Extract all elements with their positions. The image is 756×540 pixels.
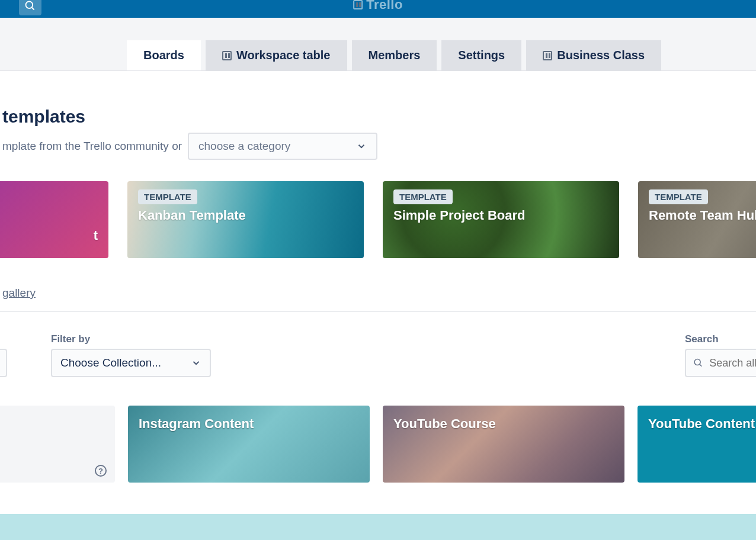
boards-row: w board ning ? Instagram Content YouTube… [0, 406, 756, 483]
svg-line-3 [700, 364, 702, 367]
workspace-tabbar: Boards Workspace table Members Settings … [0, 18, 756, 71]
collection-select[interactable]: Choose Collection... [51, 349, 211, 377]
template-card-title: Simple Project Board [393, 208, 608, 223]
template-card[interactable]: TEMPLATE Kanban Template [127, 181, 364, 258]
board-card-title: YouTube Course [393, 416, 496, 431]
category-select[interactable]: choose a category [188, 133, 377, 160]
board-card-title: Instagram Content [139, 416, 254, 431]
board-card[interactable]: YouTube Course [383, 406, 624, 483]
tab-workspace-table[interactable]: Workspace table [206, 40, 347, 70]
search-icon [24, 0, 36, 12]
templates-heading: templates [2, 107, 756, 127]
tab-members[interactable]: Members [352, 40, 437, 70]
template-card[interactable]: TEMPLATE Simple Project Board [383, 181, 619, 258]
templates-subtitle-row: mplate from the Trello community or choo… [2, 133, 756, 160]
sort-select[interactable] [0, 349, 7, 377]
filter-by-label: Filter by [51, 333, 211, 345]
create-board-line2: ning [0, 442, 104, 453]
search-icon [693, 357, 703, 369]
search-label: Search [685, 333, 756, 345]
template-badge: TEMPLATE [649, 189, 708, 204]
collection-placeholder: Choose Collection... [60, 356, 161, 369]
filter-by-group: Filter by Choose Collection... [14, 333, 211, 377]
templates-subtitle-text: mplate from the Trello community or [2, 140, 182, 153]
chevron-down-icon [356, 141, 367, 152]
svg-line-1 [32, 8, 34, 10]
filter-bar: Filter by Choose Collection... Search [0, 333, 756, 377]
footer-bar [0, 514, 756, 540]
template-card-title: Kanban Template [138, 208, 353, 223]
briefcase-icon [543, 51, 552, 60]
board-card-title: YouTube Content [648, 416, 755, 431]
svg-point-2 [694, 359, 700, 365]
workspace-search[interactable] [685, 349, 756, 377]
tab-business-class[interactable]: Business Class [526, 40, 661, 70]
search-group: Search [685, 333, 756, 377]
search-input[interactable] [709, 357, 756, 369]
section-divider [0, 311, 756, 312]
brand-text: Trello [366, 0, 403, 12]
template-badge: TEMPLATE [393, 189, 453, 204]
table-icon [222, 51, 232, 60]
template-card[interactable]: TEMPLATE Remote Team Hub [638, 181, 756, 258]
svg-point-0 [26, 2, 33, 9]
template-card-title: Remote Team Hub [649, 208, 756, 223]
gallery-link[interactable]: gallery [2, 287, 36, 300]
create-board-card[interactable]: w board ning ? [0, 406, 115, 483]
create-board-line1: w board [0, 426, 104, 439]
template-card[interactable]: TEMPLATE t [0, 181, 108, 258]
trello-icon [353, 0, 363, 9]
board-card[interactable]: Instagram Content [128, 406, 370, 483]
template-cards-row: TEMPLATE t TEMPLATE Kanban Template TEMP… [0, 181, 756, 258]
template-card-title: t [0, 228, 98, 243]
category-select-placeholder: choose a category [198, 140, 290, 153]
main-content: templates mplate from the Trello communi… [0, 107, 756, 483]
global-search-button[interactable] [19, 0, 41, 15]
brand-logo: Trello [353, 0, 403, 12]
help-icon[interactable]: ? [95, 465, 107, 477]
board-card[interactable]: YouTube Content [638, 406, 756, 483]
tab-settings[interactable]: Settings [441, 40, 521, 70]
template-badge: TEMPLATE [138, 189, 197, 204]
tab-boards[interactable]: Boards [127, 40, 201, 70]
chevron-down-icon [191, 358, 201, 368]
topbar: Trello [0, 0, 756, 18]
